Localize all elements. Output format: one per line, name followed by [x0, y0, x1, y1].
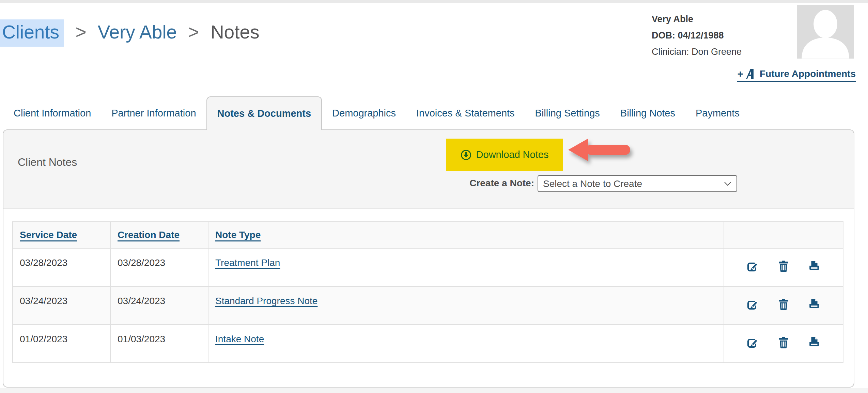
actions-cell: [724, 286, 843, 325]
client-clinician: Clinician: Don Greene: [652, 44, 742, 60]
sort-creation-date-link[interactable]: Creation Date: [118, 230, 180, 240]
notes-panel: Client Notes Download Notes Create a Not…: [3, 129, 854, 388]
tab-demographics[interactable]: Demographics: [322, 96, 406, 130]
print-icon: [808, 261, 820, 272]
note-type-cell: Treatment Plan: [208, 248, 724, 286]
creation-date-cell: 01/03/2023: [110, 325, 208, 363]
trash-icon: [778, 261, 789, 272]
download-notes-label: Download Notes: [476, 149, 549, 160]
edit-note-button[interactable]: [747, 337, 759, 348]
delete-note-button[interactable]: [778, 261, 789, 272]
sort-note-type-link[interactable]: Note Type: [215, 230, 261, 240]
breadcrumb-link-clients[interactable]: Clients: [0, 19, 64, 47]
notes-panel-body: Service Date Creation Date Note Type 03/…: [3, 221, 854, 363]
client-summary: Very Able DOB: 04/12/1988 Clinician: Don…: [652, 11, 742, 60]
future-appointments-label: Future Appointments: [760, 68, 856, 79]
note-link[interactable]: Treatment Plan: [215, 257, 280, 268]
tab-bar: Client Information Partner Information N…: [3, 96, 750, 130]
delete-note-button[interactable]: [778, 299, 789, 310]
actions-cell: [724, 325, 843, 363]
circle-arrow-down-icon: [461, 150, 471, 160]
future-appointments-link[interactable]: + Future Appointments: [737, 68, 856, 82]
table-row: 03/24/2023 03/24/2023 Standard Progress …: [13, 286, 843, 325]
sort-service-date-link[interactable]: Service Date: [20, 230, 77, 240]
breadcrumb-separator: >: [75, 21, 86, 43]
print-note-button[interactable]: [808, 299, 820, 310]
edit-icon: [747, 261, 759, 272]
column-header-creation-date: Creation Date: [110, 222, 208, 248]
tab-billing-notes[interactable]: Billing Notes: [610, 96, 685, 130]
breadcrumb-separator: >: [188, 21, 199, 43]
delete-note-button[interactable]: [778, 337, 789, 348]
notes-table: Service Date Creation Date Note Type 03/…: [12, 221, 843, 363]
breadcrumb-link-client-name[interactable]: Very Able: [98, 21, 177, 43]
service-date-cell: 03/24/2023: [13, 286, 110, 325]
top-border-strip: [0, 0, 868, 3]
page-background-strip: [0, 388, 868, 393]
column-header-note-type: Note Type: [208, 222, 724, 248]
breadcrumb-current-page: Notes: [211, 21, 260, 43]
column-header-actions: [724, 222, 843, 248]
actions-cell: [724, 248, 843, 286]
print-note-button[interactable]: [808, 261, 820, 272]
table-row: 03/28/2023 03/28/2023 Treatment Plan: [13, 248, 843, 286]
table-row: 01/02/2023 01/03/2023 Intake Note: [13, 325, 843, 363]
creation-date-cell: 03/24/2023: [110, 286, 208, 325]
note-type-cell: Standard Progress Note: [208, 286, 724, 325]
annotation-arrow: [568, 137, 634, 164]
edit-icon: [747, 337, 759, 348]
trash-icon: [778, 299, 789, 310]
panel-title: Client Notes: [18, 156, 77, 169]
print-icon: [808, 299, 820, 310]
tab-partner-information[interactable]: Partner Information: [101, 96, 206, 130]
creation-date-cell: 03/28/2023: [110, 248, 208, 286]
client-name: Very Able: [652, 11, 742, 27]
service-date-cell: 01/02/2023: [13, 325, 110, 363]
tab-billing-settings[interactable]: Billing Settings: [525, 96, 610, 130]
note-select-wrap: Select a Note to Create: [538, 175, 737, 192]
notes-panel-header: Client Notes Download Notes Create a Not…: [3, 130, 854, 209]
client-dob: DOB: 04/12/1988: [652, 27, 742, 44]
breadcrumb: Clients > Very Able > Notes: [0, 16, 260, 48]
avatar: [797, 5, 854, 59]
edit-icon: [747, 299, 759, 310]
table-header-row: Service Date Creation Date Note Type: [13, 222, 843, 248]
note-link[interactable]: Intake Note: [215, 334, 264, 344]
client-notes-page: Clients > Very Able > Notes Very Able DO…: [0, 0, 868, 393]
tab-invoices-statements[interactable]: Invoices & Statements: [406, 96, 525, 130]
appointments-logo-icon: [746, 68, 757, 79]
create-note-label: Create a Note:: [433, 178, 534, 189]
edit-note-button[interactable]: [747, 261, 759, 272]
person-icon: [797, 5, 854, 59]
service-date-cell: 03/28/2023: [13, 248, 110, 286]
tab-notes-documents[interactable]: Notes & Documents: [206, 96, 322, 130]
column-header-service-date: Service Date: [13, 222, 110, 248]
download-notes-button[interactable]: Download Notes: [446, 139, 563, 171]
trash-icon: [778, 337, 789, 348]
note-type-cell: Intake Note: [208, 325, 724, 363]
note-type-select[interactable]: Select a Note to Create: [538, 175, 737, 192]
note-link[interactable]: Standard Progress Note: [215, 296, 317, 306]
print-icon: [808, 337, 820, 348]
plus-sign: +: [737, 68, 743, 80]
tab-client-information[interactable]: Client Information: [3, 96, 101, 130]
edit-note-button[interactable]: [747, 299, 759, 310]
tab-payments[interactable]: Payments: [685, 96, 750, 130]
print-note-button[interactable]: [808, 337, 820, 348]
